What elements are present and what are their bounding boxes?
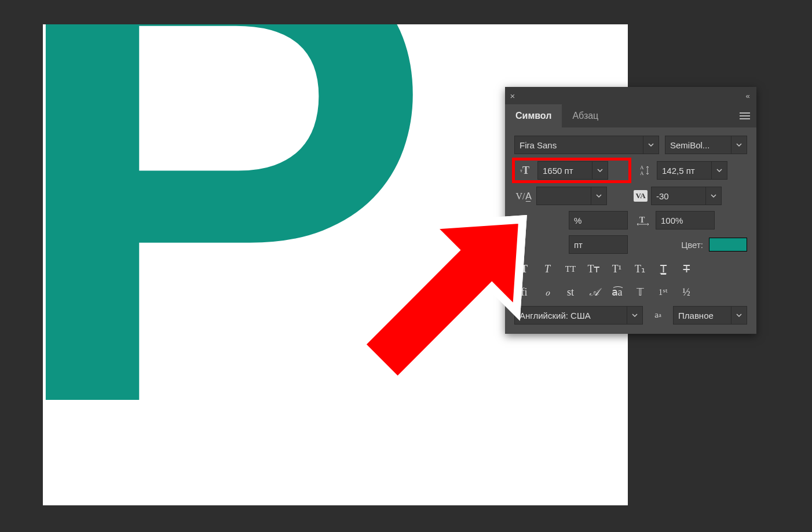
leading-input[interactable]: 142,5 пт — [657, 161, 727, 180]
svg-text:T: T — [639, 216, 645, 224]
style-ligatures[interactable]: fi — [514, 284, 534, 300]
style-titling[interactable]: 𝕋 — [630, 284, 650, 300]
color-label: Цвет: — [681, 240, 703, 250]
character-panel: × « Символ Абзац Fira Sans SemiBol... тT… — [505, 87, 756, 334]
style-italic[interactable]: T — [537, 261, 557, 277]
chevron-down-icon[interactable] — [592, 162, 608, 179]
close-icon[interactable]: × — [505, 91, 520, 101]
horiz-scale-icon: T — [634, 212, 652, 229]
antialias-select[interactable]: Плавное — [673, 306, 747, 325]
tracking-input[interactable]: -30 — [651, 187, 722, 205]
chevron-down-icon[interactable] — [627, 307, 642, 324]
style-ordinals[interactable]: 1ˢᵗ — [653, 284, 673, 300]
chevron-down-icon[interactable] — [711, 162, 727, 179]
font-style-select[interactable]: SemiBol... — [665, 136, 747, 154]
color-swatch[interactable] — [709, 238, 747, 252]
language-select[interactable]: Английский: США — [514, 306, 643, 325]
baseline-input[interactable]: пт — [569, 235, 628, 254]
vert-scale-input[interactable]: % — [569, 211, 628, 229]
kerning-input[interactable] — [536, 187, 607, 205]
panel-tabs: Символ Абзац — [505, 104, 756, 127]
style-swash[interactable]: 𝒜 — [584, 284, 603, 300]
chevron-down-icon[interactable] — [591, 187, 606, 205]
tracking-group: VA -30 — [634, 187, 747, 205]
font-size-input[interactable]: 1650 пт — [537, 161, 608, 180]
canvas-letter: P — [43, 24, 435, 500]
style-smallcaps[interactable]: Tᴛ — [584, 261, 603, 277]
chevron-down-icon[interactable] — [731, 307, 747, 324]
tab-character[interactable]: Символ — [505, 104, 562, 127]
tracking-icon: VA — [634, 190, 648, 202]
panel-titlebar: × « — [505, 87, 756, 104]
baseline-group: пт — [514, 235, 628, 254]
color-group: Цвет: — [634, 238, 747, 252]
type-style-row-1: T T TT Tᴛ T¹ T₁ T̲ T̶ — [514, 261, 747, 277]
kerning-icon: V/A̲ — [514, 187, 533, 205]
style-allcaps[interactable]: TT — [561, 261, 580, 277]
antialias-icon: aa — [649, 306, 667, 323]
style-discretionary[interactable]: st — [561, 284, 580, 300]
kerning-group: V/A̲ — [514, 187, 628, 205]
style-superscript[interactable]: T¹ — [607, 261, 627, 277]
style-underline[interactable]: T̲ — [653, 261, 673, 277]
style-contextual[interactable]: ℴ — [537, 284, 557, 300]
style-fractions[interactable]: ½ — [676, 284, 696, 300]
style-bold[interactable]: T — [514, 261, 534, 277]
vert-scale-group: % — [514, 211, 628, 229]
panel-menu-icon[interactable] — [733, 104, 756, 127]
chevron-down-icon[interactable] — [643, 136, 659, 154]
chevron-down-icon[interactable] — [731, 136, 747, 154]
leading-group: AA 142,5 пт — [635, 161, 747, 180]
tab-paragraph[interactable]: Абзац — [562, 104, 609, 127]
font-size-icon: тT — [515, 162, 534, 179]
style-stylistic[interactable]: a͡a — [607, 284, 627, 300]
svg-text:A: A — [640, 170, 644, 176]
font-size-group: тT 1650 пт — [514, 160, 629, 181]
svg-text:A: A — [640, 165, 644, 170]
type-style-row-2: fi ℴ st 𝒜 a͡a 𝕋 1ˢᵗ ½ — [514, 284, 747, 300]
style-strike[interactable]: T̶ — [676, 261, 696, 277]
collapse-icon[interactable]: « — [739, 92, 756, 100]
horiz-scale-input[interactable]: 100% — [656, 211, 715, 229]
horiz-scale-group: T 100% — [634, 211, 747, 229]
leading-icon: AA — [635, 162, 653, 179]
chevron-down-icon[interactable] — [705, 187, 721, 205]
style-subscript[interactable]: T₁ — [630, 261, 650, 277]
font-family-select[interactable]: Fira Sans — [514, 136, 659, 154]
